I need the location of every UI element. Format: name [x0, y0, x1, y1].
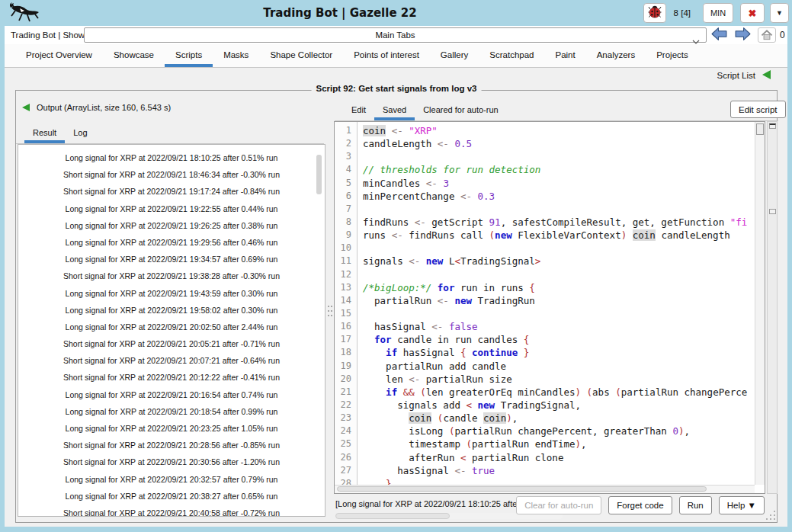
hscroll-thumb[interactable]	[337, 486, 707, 492]
editor-vscrollbar[interactable]	[755, 122, 765, 485]
vscroll-thumb[interactable]	[756, 123, 764, 135]
gazelle-logo	[6, 2, 43, 27]
line-number: 16	[335, 320, 351, 333]
output-list[interactable]: Long signal for XRP at 2022/09/21 18:10:…	[18, 144, 325, 517]
code-line: if hasSignal { continue }	[363, 346, 755, 359]
script-list-label[interactable]: Script List	[717, 71, 756, 80]
tab-log[interactable]: Log	[65, 123, 95, 143]
line-number: 4	[335, 163, 351, 176]
debug-button[interactable]	[643, 3, 666, 23]
list-item[interactable]: Long signal for XRP at 2022/09/21 20:32:…	[18, 471, 325, 488]
list-item[interactable]: Short signal for XRP at 2022/09/21 20:28…	[18, 437, 325, 453]
status-buttons: Clear for auto-runForget codeRunHelp ▼	[516, 496, 765, 514]
tab-gallery[interactable]: Gallery	[430, 44, 479, 67]
list-item[interactable]: Long signal for XRP at 2022/09/21 19:34:…	[18, 251, 325, 268]
tab-paint[interactable]: Paint	[544, 44, 585, 67]
forget-code-button[interactable]: Forget code	[608, 496, 672, 514]
list-item[interactable]: Short signal for XRP at 2022/09/21 19:17…	[18, 183, 325, 200]
list-item[interactable]: Short signal for XRP at 2022/09/21 20:07…	[18, 352, 325, 369]
list-item[interactable]: Short signal for XRP at 2022/09/21 20:40…	[18, 505, 325, 517]
line-number: 19	[335, 360, 351, 373]
history-counter: 0	[780, 26, 785, 44]
code-line: findRuns <- getScript 91, safestCompileR…	[363, 216, 755, 229]
back-button[interactable]	[709, 27, 729, 43]
tab-projects[interactable]: Projects	[646, 44, 699, 67]
line-number: 23	[335, 412, 351, 425]
tab-scripts[interactable]: Scripts	[165, 44, 213, 67]
arrow-right-icon	[735, 27, 751, 41]
code-area[interactable]: coin <- "XRP"candleLength <- 0.5// thres…	[358, 122, 755, 485]
tab-points-of-interest[interactable]: Points of interest	[343, 44, 430, 67]
line-number: 6	[335, 190, 351, 203]
splitter-handle[interactable]	[769, 209, 776, 214]
tab-result[interactable]: Result	[24, 123, 65, 143]
list-item[interactable]: Long signal for XRP at 2022/09/21 19:26:…	[18, 217, 325, 234]
list-item[interactable]: Long signal for XRP at 2022/09/21 20:18:…	[18, 403, 325, 420]
output-scrollbar-thumb[interactable]	[316, 155, 322, 194]
list-item[interactable]: Short signal for XRP at 2022/09/21 20:05…	[18, 335, 325, 352]
list-item[interactable]: Short signal for XRP at 2022/09/21 20:30…	[18, 453, 325, 470]
code-line: timestamp (partialRun endTime),	[363, 437, 755, 450]
close-button[interactable]: ✖	[740, 3, 765, 23]
list-item[interactable]: Long signal for XRP at 2022/09/21 20:38:…	[18, 488, 325, 505]
code-editor: 1234567891011121314151617181920212223242…	[334, 121, 765, 494]
output-header-label: Output (ArrayList, size 160, 6.543 s)	[37, 103, 171, 112]
tab-project-overview[interactable]: Project Overview	[15, 44, 103, 67]
code-line: // thresholds for run detection	[363, 163, 755, 176]
list-item[interactable]: Long signal for XRP at 2022/09/21 19:22:…	[18, 200, 325, 217]
tab-masks[interactable]: Masks	[213, 44, 259, 67]
list-item[interactable]: Long signal for XRP at 2022/09/21 20:02:…	[18, 319, 325, 335]
list-item[interactable]: Long signal for XRP at 2022/09/21 20:23:…	[18, 420, 325, 437]
list-item[interactable]: Long signal for XRP at 2022/09/21 19:43:…	[18, 285, 325, 302]
resize-grip[interactable]	[766, 511, 777, 521]
right-splitter-strip[interactable]	[767, 121, 778, 494]
list-item[interactable]: Long signal for XRP at 2022/09/21 19:58:…	[18, 302, 325, 319]
tab-cleared-for-auto-run[interactable]: Cleared for auto-run	[415, 100, 506, 120]
code-line	[363, 307, 755, 320]
home-button[interactable]	[758, 27, 776, 43]
tab-scratchpad[interactable]: Scratchpad	[479, 44, 544, 67]
run-button[interactable]: Run	[679, 496, 712, 514]
list-item[interactable]: Long signal for XRP at 2022/09/21 20:16:…	[18, 386, 325, 403]
status-scroll-thumb[interactable]	[335, 513, 450, 519]
list-item[interactable]: Long signal for XRP at 2022/09/21 18:10:…	[18, 149, 325, 166]
code-line: if && (len greaterOrEq minCandles) (abs …	[363, 386, 755, 399]
code-line	[363, 150, 755, 163]
line-number: 2	[335, 137, 351, 150]
tab-analyzers[interactable]: Analyzers	[586, 44, 646, 67]
help-button[interactable]: Help ▼	[719, 496, 765, 514]
debug-count: 8 [4]	[674, 8, 691, 18]
splitter-handle[interactable]	[769, 123, 776, 129]
line-number: 21	[335, 386, 351, 399]
list-item[interactable]: Long signal for XRP at 2022/09/21 19:29:…	[18, 234, 325, 251]
window-menu-button[interactable]: ▼	[770, 3, 789, 23]
output-header: Output (ArrayList, size 160, 6.543 s)	[22, 103, 171, 112]
main-tabs-combobox[interactable]: Main Tabs	[84, 27, 707, 43]
tab-saved[interactable]: Saved	[374, 100, 415, 120]
list-item[interactable]: Short signal for XRP at 2022/09/21 19:38…	[18, 268, 325, 284]
tab-showcase[interactable]: Showcase	[103, 44, 165, 67]
list-item[interactable]: Short signal for XRP at 2022/09/21 18:46…	[18, 166, 325, 183]
tab-shape-collector[interactable]: Shape Collector	[259, 44, 343, 67]
edit-script-button[interactable]: Edit script	[730, 101, 786, 118]
collapse-left-icon[interactable]	[762, 70, 771, 79]
code-line	[363, 268, 755, 281]
line-number: 27	[335, 464, 351, 477]
list-item[interactable]: Short signal for XRP at 2022/09/21 20:12…	[18, 369, 325, 386]
code-line: signals add < new TradingSignal,	[363, 399, 755, 412]
show-label: Trading Bot | Show	[11, 26, 85, 44]
collapse-output-icon[interactable]	[22, 104, 30, 111]
code-line: coin (candle coin),	[363, 412, 755, 425]
script-tab-bar: EditSavedCleared for auto-run	[335, 100, 778, 121]
forward-button[interactable]	[733, 27, 753, 43]
code-line: coin <- "XRP"	[363, 124, 755, 137]
close-icon: ✖	[749, 8, 757, 19]
line-number: 20	[335, 373, 351, 386]
status-text: [Long signal for XRP at 2022/09/21 18:10…	[335, 499, 538, 508]
editor-hscrollbar[interactable]	[335, 485, 755, 493]
clear-for-auto-run-button: Clear for auto-run	[516, 496, 601, 514]
minimize-button[interactable]: MIN	[703, 3, 733, 23]
tab-edit[interactable]: Edit	[343, 100, 374, 120]
line-number: 13	[335, 281, 351, 294]
window-title: Trading Bot | Gazelle 22	[263, 6, 416, 20]
